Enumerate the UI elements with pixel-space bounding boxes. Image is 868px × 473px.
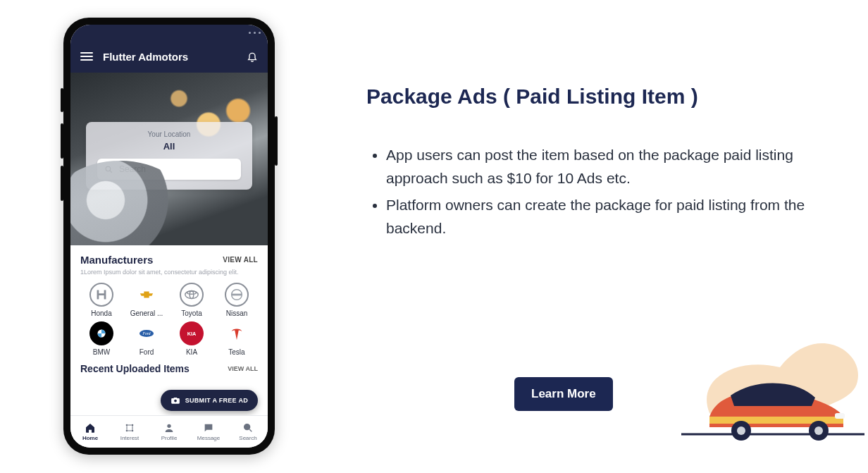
- manufacturers-grid: Honda General ... Toyota: [80, 283, 258, 356]
- phone-frame: Flutter Admotors Your Location All Manuf…: [63, 18, 275, 455]
- nav-message[interactable]: Message: [189, 416, 228, 448]
- svg-point-19: [132, 424, 134, 426]
- manufacturers-subtitle: 1Lorem Ipsum dolor sit amet, consectetur…: [80, 269, 258, 277]
- nav-profile[interactable]: Profile: [149, 416, 189, 448]
- nav-search[interactable]: Search: [228, 416, 268, 448]
- chevrolet-logo-icon: [135, 283, 159, 307]
- manufacturer-item-ford[interactable]: Ford Ford: [125, 321, 168, 356]
- manufacturer-item-honda[interactable]: Honda: [80, 283, 123, 317]
- manufacturer-label: KIA: [186, 348, 197, 356]
- manufacturer-label: Tesla: [228, 348, 244, 356]
- search-icon: [104, 165, 113, 174]
- app-title: Flutter Admotors: [103, 51, 237, 63]
- nav-label: Profile: [161, 435, 178, 441]
- svg-point-22: [167, 424, 170, 428]
- submit-ad-button[interactable]: SUBMIT A FREE AD: [161, 390, 258, 411]
- message-icon: [203, 422, 214, 434]
- manufacturer-label: BMW: [93, 348, 110, 356]
- nav-home[interactable]: Home: [70, 416, 110, 448]
- search-input[interactable]: [119, 164, 234, 174]
- status-bar: [70, 25, 268, 40]
- home-icon: [85, 422, 96, 434]
- svg-point-21: [132, 430, 134, 432]
- nav-label: Search: [239, 435, 256, 441]
- manufacturers-header: Manufacturers VIEW ALL: [80, 254, 258, 266]
- app-bar: Flutter Admotors: [70, 40, 268, 73]
- fab-label: SUBMIT A FREE AD: [185, 397, 248, 404]
- manufacturer-item-general[interactable]: General ...: [125, 283, 168, 317]
- feature-item: App users can post the item based on the…: [386, 144, 817, 190]
- kia-logo-icon: KIA: [180, 321, 204, 345]
- manufacturer-item-toyota[interactable]: Toyota: [170, 283, 213, 317]
- learn-more-button[interactable]: Learn More: [514, 377, 613, 411]
- manufacturer-label: General ...: [130, 309, 163, 317]
- svg-point-6: [106, 166, 111, 171]
- svg-point-2: [737, 426, 745, 435]
- bmw-logo-icon: [89, 321, 113, 345]
- feature-list: App users can post the item based on the…: [366, 144, 817, 240]
- location-value[interactable]: All: [97, 141, 241, 152]
- car-illustration: [681, 328, 864, 441]
- location-label: Your Location: [97, 130, 241, 138]
- recent-header: Recent Uploaded Items VIEW ALL: [80, 363, 258, 374]
- manufacturers-title: Manufacturers: [80, 254, 153, 266]
- menu-icon[interactable]: [80, 52, 93, 61]
- svg-text:Ford: Ford: [142, 331, 151, 336]
- nav-label: Interest: [120, 435, 140, 441]
- svg-point-18: [126, 424, 128, 426]
- nissan-logo-icon: [225, 283, 249, 307]
- location-card: Your Location All: [86, 122, 252, 190]
- svg-point-17: [174, 400, 177, 403]
- svg-point-20: [126, 430, 128, 432]
- nav-interest[interactable]: Interest: [110, 416, 149, 448]
- svg-rect-11: [232, 293, 242, 295]
- honda-logo-icon: [89, 283, 113, 307]
- bottom-nav: Home Interest Profile Message Search: [70, 415, 268, 448]
- camera-icon: [170, 395, 180, 405]
- page-heading: Package Ads ( Paid Listing Item ): [366, 85, 817, 109]
- svg-text:KIA: KIA: [187, 330, 197, 336]
- phone-screen: Flutter Admotors Your Location All Manuf…: [70, 25, 268, 448]
- toyota-logo-icon: [180, 283, 204, 307]
- svg-rect-5: [835, 413, 845, 419]
- feature-item: Platform owners can create the package f…: [386, 194, 817, 240]
- svg-point-9: [187, 291, 197, 294]
- tesla-logo-icon: [225, 321, 249, 345]
- manufacturer-label: Toyota: [181, 309, 202, 317]
- notification-icon[interactable]: [247, 51, 258, 62]
- profile-icon: [163, 422, 175, 434]
- nav-label: Message: [197, 435, 220, 441]
- search-field[interactable]: [97, 159, 241, 180]
- manufacturer-item-nissan[interactable]: Nissan: [216, 283, 258, 317]
- search-nav-icon: [242, 422, 254, 434]
- manufacturer-item-tesla[interactable]: Tesla: [216, 321, 258, 356]
- manufacturer-label: Ford: [140, 348, 154, 356]
- nav-label: Home: [82, 435, 98, 441]
- svg-point-4: [814, 426, 823, 435]
- manufacturer-label: Nissan: [226, 309, 248, 317]
- interest-icon: [124, 422, 135, 434]
- ford-logo-icon: Ford: [135, 321, 159, 345]
- manufacturer-label: Honda: [91, 309, 111, 317]
- hero-area: Your Location All: [70, 73, 268, 245]
- manufacturer-item-bmw[interactable]: BMW: [80, 321, 123, 356]
- svg-point-23: [244, 424, 250, 430]
- manufacturer-item-kia[interactable]: KIA KIA: [170, 321, 213, 356]
- view-all-recent[interactable]: VIEW ALL: [228, 365, 258, 372]
- view-all-manufacturers[interactable]: VIEW ALL: [223, 256, 258, 264]
- recent-title: Recent Uploaded Items: [80, 363, 190, 374]
